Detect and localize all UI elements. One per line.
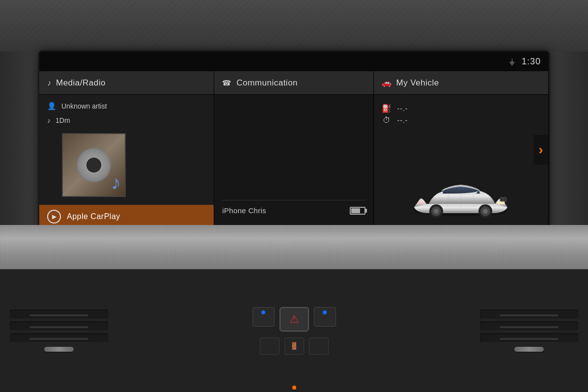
small-btn-left[interactable] bbox=[260, 337, 280, 355]
blue-indicator bbox=[261, 310, 265, 314]
fuel-icon: ⛽ bbox=[382, 104, 392, 113]
range-row: ⏱ --.- bbox=[382, 116, 540, 125]
vent-row-2 bbox=[480, 321, 578, 330]
frame-right bbox=[549, 52, 588, 228]
artist-row: 👤 Unknown artist bbox=[47, 100, 206, 112]
vent-slot bbox=[10, 321, 108, 330]
vent-slot bbox=[10, 309, 108, 318]
top-btn-row: ⚠ bbox=[252, 307, 336, 332]
top-bar: ⏚ 1:30 bbox=[39, 52, 549, 71]
media-panel-header: ♪ Media/Radio bbox=[39, 71, 214, 95]
vehicle-panel-title: My Vehicle bbox=[396, 78, 439, 88]
range-value: --.- bbox=[397, 116, 408, 124]
hazard-button[interactable]: ⚠ bbox=[280, 307, 309, 332]
vent-slot bbox=[10, 333, 108, 342]
blue-indicator-2 bbox=[323, 310, 327, 314]
vent-row-2 bbox=[10, 321, 108, 330]
frame-left bbox=[0, 52, 39, 228]
main-content: ♪ Media/Radio 👤 Unknown artist ♪ 1Dm bbox=[39, 71, 549, 228]
speedometer-icon: ⏱ bbox=[382, 116, 392, 125]
carplay-label: Apple CarPlay bbox=[67, 212, 120, 221]
vent-row-3 bbox=[10, 333, 108, 342]
comm-panel-title: Communication bbox=[236, 78, 298, 88]
track-row: ♪ 1Dm bbox=[47, 114, 206, 126]
music-icon: ♪ bbox=[47, 79, 51, 87]
screen: ⏚ 1:30 ♪ Media/Radio 👤 Unknown artist bbox=[39, 52, 549, 228]
album-art: ♪ bbox=[62, 133, 126, 197]
svg-point-8 bbox=[483, 209, 488, 214]
device-row: iPhone Chris bbox=[222, 200, 365, 221]
comm-panel-header: ☎ Communication bbox=[214, 71, 373, 95]
battery-fill bbox=[351, 208, 360, 213]
media-panel-title: Media/Radio bbox=[56, 78, 106, 88]
car-icon: 🚗 bbox=[382, 78, 392, 87]
device-name: iPhone Chris bbox=[222, 206, 266, 215]
vent-row-1 bbox=[10, 309, 108, 318]
svg-rect-1 bbox=[498, 201, 505, 204]
car-image bbox=[409, 172, 512, 219]
aluminum-strip bbox=[0, 225, 588, 269]
svg-rect-10 bbox=[503, 197, 506, 201]
dashboard: ⏚ 1:30 ♪ Media/Radio 👤 Unknown artist bbox=[0, 0, 588, 392]
vent-slot bbox=[480, 321, 578, 330]
vehicle-panel-body: ⛽ --.- ⏱ --.- bbox=[374, 95, 548, 228]
svg-rect-2 bbox=[418, 201, 424, 204]
media-panel[interactable]: ♪ Media/Radio 👤 Unknown artist ♪ 1Dm bbox=[39, 71, 214, 228]
artist-name: Unknown artist bbox=[61, 102, 107, 110]
bottom-section: ⚠ 🚪 bbox=[0, 269, 588, 392]
bottom-btn-row: 🚪 bbox=[260, 337, 329, 355]
small-btn-right[interactable] bbox=[309, 337, 329, 355]
vehicle-panel-header: 🚗 My Vehicle bbox=[374, 71, 548, 95]
screen-wrapper: ⏚ 1:30 ♪ Media/Radio 👤 Unknown artist bbox=[39, 52, 549, 228]
vehicle-panel[interactable]: 🚗 My Vehicle ⛽ --.- ⏱ --.- bbox=[374, 71, 549, 228]
right-vent bbox=[480, 309, 578, 352]
orange-indicator-2 bbox=[292, 386, 296, 390]
artist-icon: 👤 bbox=[47, 102, 56, 111]
center-controls: ⚠ 🚪 bbox=[252, 307, 336, 355]
next-arrow-button[interactable]: › bbox=[533, 135, 548, 165]
left-vent-handle[interactable] bbox=[44, 347, 74, 352]
right-control-btn[interactable] bbox=[314, 307, 336, 327]
track-name: 1Dm bbox=[56, 116, 70, 124]
left-vent bbox=[10, 309, 108, 352]
vent-row-1 bbox=[480, 309, 578, 318]
album-art-inner: ♪ bbox=[63, 134, 125, 196]
track-icon: ♪ bbox=[47, 116, 51, 124]
car-image-area bbox=[382, 135, 540, 224]
phone-icon: ☎ bbox=[222, 79, 231, 87]
vent-slot bbox=[480, 309, 578, 318]
clock: 1:30 bbox=[522, 56, 541, 67]
play-circle-icon: ▶ bbox=[47, 210, 61, 224]
vehicle-stats: ⛽ --.- ⏱ --.- bbox=[382, 100, 540, 129]
small-btn-center[interactable]: 🚪 bbox=[284, 337, 304, 355]
fuel-row: ⛽ --.- bbox=[382, 104, 540, 113]
battery-icon bbox=[350, 207, 365, 215]
comm-panel[interactable]: ☎ Communication iPhone Chris bbox=[214, 71, 373, 228]
music-note-overlay: ♪ bbox=[111, 171, 121, 194]
left-control-btn[interactable] bbox=[252, 307, 275, 327]
door-icon: 🚪 bbox=[290, 342, 298, 350]
hazard-icon: ⚠ bbox=[289, 313, 299, 326]
chevron-right-icon: › bbox=[538, 142, 543, 158]
fuel-value: --.- bbox=[397, 105, 408, 112]
comm-panel-body: iPhone Chris bbox=[214, 95, 373, 228]
right-vent-handle[interactable] bbox=[514, 347, 544, 352]
usb-icon: ⏚ bbox=[509, 56, 515, 67]
svg-point-5 bbox=[434, 209, 439, 214]
vent-row-3 bbox=[480, 333, 578, 342]
vent-slot bbox=[480, 333, 578, 342]
